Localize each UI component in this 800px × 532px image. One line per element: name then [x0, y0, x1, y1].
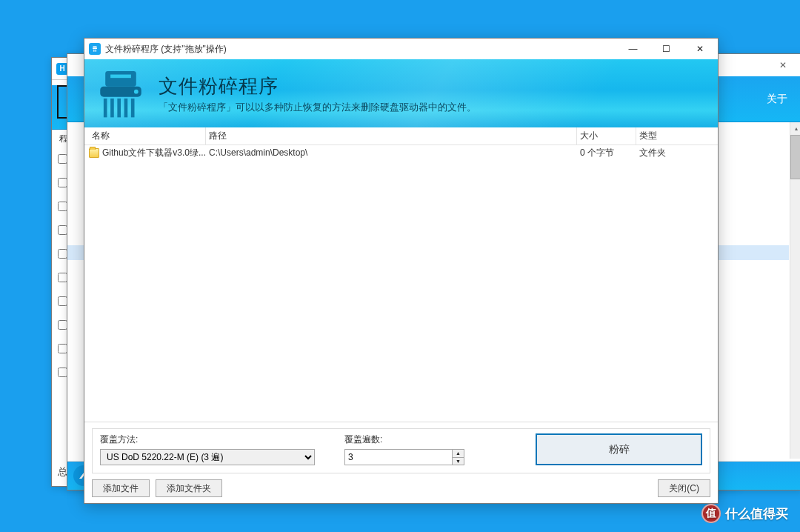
cell-size: 0 个字节 — [577, 147, 636, 159]
col-path[interactable]: 路径 — [206, 127, 577, 144]
close-button[interactable]: ✕ — [683, 40, 716, 58]
svg-rect-4 — [104, 99, 107, 117]
scroll-thumb[interactable] — [790, 135, 800, 179]
watermark: 值 什么值得买 — [701, 504, 788, 523]
add-folder-button[interactable]: 添加文件夹 — [156, 479, 222, 497]
col-size[interactable]: 大小 — [577, 127, 636, 144]
spin-up-button[interactable]: ▲ — [453, 450, 464, 458]
file-table: 名称 路径 大小 类型 Github文件下载器v3.0绿... C:\Users… — [84, 127, 718, 422]
svg-rect-7 — [124, 99, 128, 117]
add-file-button[interactable]: 添加文件 — [92, 479, 150, 497]
table-body[interactable]: Github文件下载器v3.0绿... C:\Users\admin\Deskt… — [84, 145, 718, 422]
passes-input[interactable] — [344, 449, 453, 465]
banner: 文件粉碎程序 「文件粉碎程序」可以以多种防止恢复的方法来删除硬盘驱动器中的文件。 — [84, 59, 718, 127]
cell-type: 文件夹 — [636, 147, 718, 159]
svg-point-3 — [134, 90, 139, 94]
window-title: 文件粉碎程序 (支持"拖放"操作) — [105, 43, 227, 56]
shredder-window: 文件粉碎程序 (支持"拖放"操作) — ☐ ✕ 文件粉碎程序 — [84, 38, 719, 504]
method-select[interactable]: US DoD 5220.22-M (E) (3 遍) — [100, 449, 315, 465]
options-group: 覆盖方法: US DoD 5220.22-M (E) (3 遍) 覆盖遍数: ▲… — [92, 428, 710, 473]
col-name[interactable]: 名称 — [89, 127, 206, 144]
folder-icon — [89, 148, 99, 158]
midwin-close-button[interactable]: ✕ — [768, 57, 798, 73]
banner-title: 文件粉碎程序 — [159, 73, 476, 99]
svg-rect-1 — [110, 75, 131, 79]
table-row[interactable]: Github文件下载器v3.0绿... C:\Users\admin\Deskt… — [84, 145, 718, 160]
watermark-text: 什么值得买 — [725, 505, 788, 522]
svg-rect-0 — [105, 71, 136, 87]
app-icon — [89, 43, 101, 55]
scroll-up-icon[interactable]: ▴ — [790, 122, 800, 135]
watermark-logo: 值 — [701, 504, 721, 523]
close-dialog-button[interactable]: 关闭(C) — [658, 479, 710, 497]
minimize-button[interactable]: — — [616, 40, 650, 58]
shredder-icon — [93, 66, 148, 121]
svg-rect-5 — [110, 99, 114, 117]
cell-name: Github文件下载器v3.0绿... — [102, 147, 206, 159]
banner-subtitle: 「文件粉碎程序」可以以多种防止恢复的方法来删除硬盘驱动器中的文件。 — [159, 101, 476, 114]
shred-button[interactable]: 粉碎 — [536, 433, 702, 465]
tab-about[interactable]: 关于 — [767, 93, 787, 106]
midwin-scrollbar[interactable]: ▴ — [790, 122, 800, 459]
table-header: 名称 路径 大小 类型 — [84, 127, 718, 145]
passes-label: 覆盖遍数: — [344, 433, 470, 446]
svg-rect-8 — [131, 99, 135, 117]
col-type[interactable]: 类型 — [636, 127, 718, 144]
bottom-panel: 覆盖方法: US DoD 5220.22-M (E) (3 遍) 覆盖遍数: ▲… — [84, 422, 718, 503]
method-label: 覆盖方法: — [100, 433, 315, 446]
titlebar[interactable]: 文件粉碎程序 (支持"拖放"操作) — ☐ ✕ — [84, 39, 718, 59]
cell-path: C:\Users\admin\Desktop\ — [206, 147, 577, 158]
spin-down-button[interactable]: ▼ — [453, 458, 464, 465]
maximize-button[interactable]: ☐ — [650, 40, 683, 58]
svg-rect-6 — [117, 99, 121, 117]
